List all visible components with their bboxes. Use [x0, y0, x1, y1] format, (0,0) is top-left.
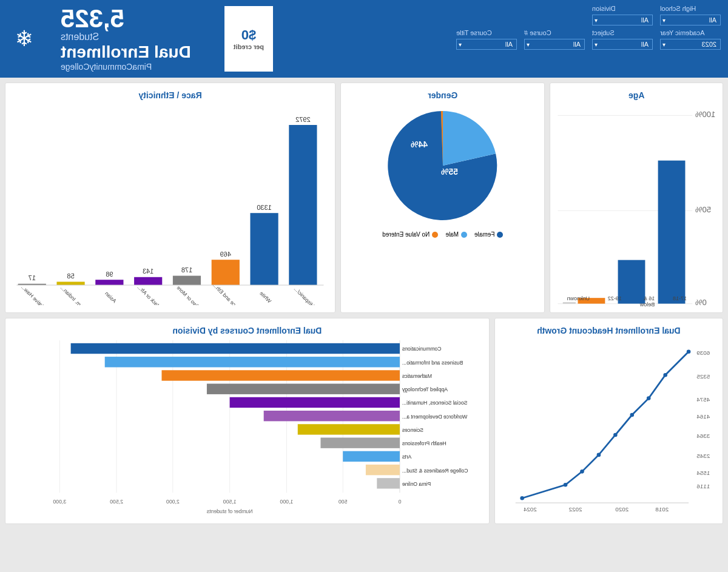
- age-chart-card: Age 100% 50% 0%: [550, 82, 723, 313]
- svg-rect-77: [104, 357, 399, 367]
- students-label: Students: [61, 32, 99, 42]
- svg-point-47: [663, 373, 667, 377]
- svg-text:2020: 2020: [615, 506, 629, 513]
- svg-text:2,000: 2,000: [166, 499, 180, 505]
- main-title: Dual Enrollment: [61, 42, 191, 62]
- svg-text:2018: 2018: [655, 506, 669, 513]
- svg-point-54: [520, 496, 524, 500]
- subject-label: Subject: [592, 29, 653, 36]
- ethnicity-chart-body: 2972 1330 469 178 143 98: [13, 105, 328, 305]
- svg-text:Pima Online: Pima Online: [402, 481, 430, 487]
- top-charts-row: Age 100% 50% 0%: [5, 82, 723, 313]
- age-label-16below: 16 &Below: [640, 295, 655, 308]
- svg-rect-87: [298, 424, 400, 434]
- growth-svg: 6039 5325 4574 4164 3364 2345 1554 1116: [502, 340, 715, 516]
- division-select[interactable]: All: [592, 15, 653, 25]
- academic-year-select-wrapper[interactable]: 2023: [660, 38, 721, 50]
- course-title-label: Course Title: [456, 29, 517, 36]
- legend-no-value: No Value Entered: [382, 231, 438, 238]
- growth-chart-card: Dual Enrollment Headcount Growth 6039 53…: [494, 318, 723, 524]
- academic-year-select[interactable]: 2023: [660, 39, 721, 50]
- course-title-select-wrapper[interactable]: All: [456, 38, 517, 50]
- svg-text:6039: 6039: [696, 349, 710, 356]
- growth-chart-body: 6039 5325 4574 4164 3364 2345 1554 1116: [502, 340, 715, 516]
- high-school-select[interactable]: All: [660, 15, 721, 25]
- svg-text:44%: 44%: [410, 140, 428, 149]
- svg-point-46: [687, 349, 691, 354]
- division-filter: Division All: [592, 5, 653, 25]
- gender-legend: Female Male No Value Entered: [382, 231, 503, 238]
- svg-text:5325: 5325: [696, 373, 710, 380]
- svg-text:2345: 2345: [696, 453, 710, 459]
- svg-point-48: [647, 396, 651, 400]
- filter-row-1: High School All Division All: [286, 5, 721, 25]
- logo-area: ❄: [0, 0, 49, 78]
- svg-rect-23: [95, 280, 123, 285]
- svg-text:1554: 1554: [696, 469, 710, 476]
- svg-text:50%: 50%: [695, 205, 711, 214]
- ethnicity-chart-title: Race \ Ethnicity: [13, 90, 328, 100]
- age-chart-svg: 100% 50% 0%: [558, 105, 715, 308]
- svg-text:Social Sciences, Humaniti...: Social Sciences, Humaniti...: [402, 400, 468, 406]
- svg-text:1116: 1116: [696, 483, 710, 490]
- svg-rect-83: [229, 397, 399, 408]
- svg-point-53: [564, 483, 568, 487]
- svg-text:1,000: 1,000: [280, 499, 293, 505]
- svg-rect-91: [343, 451, 400, 462]
- legend-male: Male: [445, 231, 467, 238]
- division-svg: 0 500 1,000 1,500 2,000 2,500 3,000 Numb…: [13, 340, 482, 516]
- svg-text:Applied Technology: Applied Technology: [402, 386, 448, 392]
- svg-rect-15: [251, 213, 278, 285]
- svg-text:Workforce Development a...: Workforce Development a...: [402, 414, 468, 420]
- svg-text:Am. Indian...: Am. Indian...: [59, 284, 85, 305]
- bottom-charts-row: Dual Enrollment Headcount Growth 6039 53…: [5, 318, 723, 524]
- svg-text:Black or Afr...: Black or Afr...: [136, 284, 163, 305]
- svg-text:4164: 4164: [696, 413, 710, 420]
- age-chart-inner: 100% 50% 0% 17-18: [558, 105, 715, 308]
- svg-text:469: 469: [220, 251, 231, 258]
- high-school-select-wrapper[interactable]: All: [660, 14, 721, 25]
- subject-filter: Subject All: [592, 29, 653, 50]
- svg-rect-89: [320, 437, 399, 448]
- course-title-filter: Course Title All: [456, 29, 517, 50]
- filters-area: High School All Division All Academic Ye…: [279, 0, 728, 78]
- svg-text:Race and Eth...: Race and Eth...: [212, 282, 242, 305]
- svg-text:Two or More: Two or More: [175, 284, 201, 305]
- subject-select[interactable]: All: [592, 39, 653, 50]
- svg-text:Hispanic/...: Hispanic/...: [293, 286, 316, 305]
- svg-rect-93: [366, 465, 400, 475]
- female-label: Female: [474, 231, 494, 238]
- price-value: $0: [241, 27, 256, 43]
- course-num-select-wrapper[interactable]: All: [524, 38, 585, 50]
- gender-chart-title: Gender: [348, 90, 537, 100]
- course-num-filter: Course # All: [524, 29, 585, 50]
- svg-rect-79: [161, 370, 399, 380]
- svg-point-50: [613, 433, 618, 437]
- subject-select-wrapper[interactable]: All: [592, 38, 653, 50]
- svg-rect-81: [207, 384, 400, 394]
- age-x-labels: 17-18 16 &Below 19-22 Unknown: [558, 295, 696, 308]
- male-dot: [461, 232, 467, 238]
- svg-text:17: 17: [29, 274, 36, 281]
- svg-rect-17: [212, 260, 240, 285]
- svg-rect-6: [658, 161, 686, 304]
- svg-text:White: White: [258, 290, 272, 304]
- svg-text:Business and Informatio...: Business and Informatio...: [402, 360, 463, 366]
- ethnicity-svg: 2972 1330 469 178 143 98: [13, 105, 328, 305]
- svg-text:3,000: 3,000: [53, 499, 66, 505]
- svg-rect-21: [134, 277, 162, 285]
- pima-logo-icon: ❄: [15, 26, 33, 52]
- svg-point-49: [630, 413, 635, 417]
- svg-text:Mathematics: Mathematics: [402, 373, 432, 379]
- ethnicity-chart-card: Race \ Ethnicity 2972 1330 469 178: [5, 82, 335, 313]
- svg-text:2024: 2024: [523, 506, 536, 513]
- header: High School All Division All Academic Ye…: [0, 0, 728, 78]
- gender-pie-svg: 55% 44% 1%: [382, 105, 504, 226]
- course-title-select[interactable]: All: [456, 39, 517, 50]
- division-chart-card: Dual Enrollment Courses by Division 0 50…: [5, 318, 490, 524]
- division-select-wrapper[interactable]: All: [592, 14, 653, 25]
- title-area: 5,325 Students Dual Enrollment PimaCommu…: [49, 0, 218, 78]
- division-chart-title: Dual Enrollment Courses by Division: [13, 326, 482, 335]
- age-label-1718: 17-18: [673, 295, 687, 308]
- course-num-select[interactable]: All: [524, 39, 585, 50]
